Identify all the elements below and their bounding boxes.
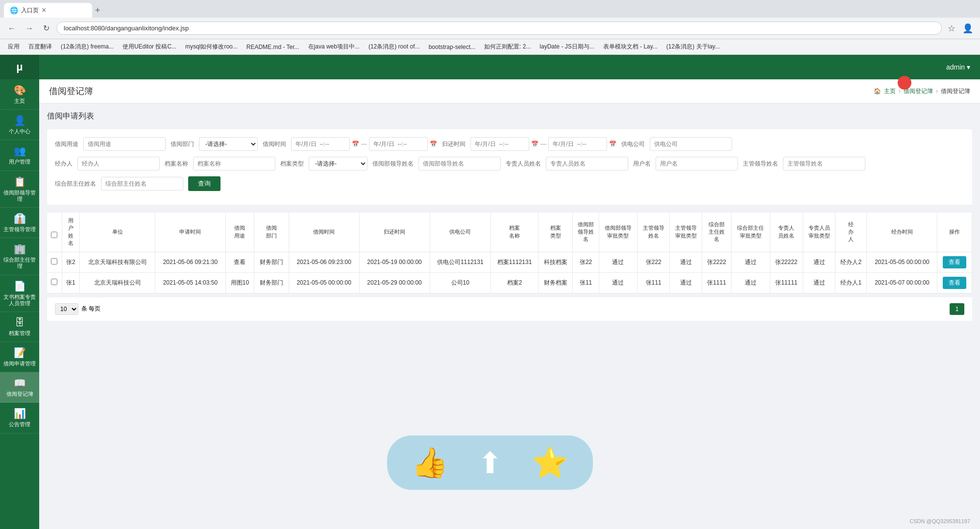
row-main-leader: 张222: [637, 252, 670, 272]
row-unit: 北京天瑞科技有限公司: [80, 252, 155, 272]
bookmark-4[interactable]: mysql如何修改roo...: [182, 42, 241, 52]
loan-leader-input[interactable]: [418, 157, 501, 170]
loan-time-end[interactable]: [369, 137, 428, 151]
loan-purpose-input[interactable]: [83, 137, 166, 151]
sidebar-item-loan-apply[interactable]: 📝 借阅申请管理: [0, 342, 39, 372]
main-leader-input[interactable]: [783, 157, 865, 170]
row-file-name: 档案2: [491, 272, 539, 293]
bookmark-10[interactable]: layDate - JS日期与...: [537, 42, 597, 52]
bookmark-5[interactable]: README.md - Ter...: [244, 43, 302, 51]
return-time-end[interactable]: [548, 137, 607, 151]
row-action[interactable]: 查看: [937, 252, 972, 272]
header-checkbox-col: [47, 213, 62, 252]
content-area: 借阅申请列表 借阅用途 借阅部门 -请选择- 借阅时间 📅 —: [39, 103, 980, 329]
bookmark-12[interactable]: (12条消息) 关于lay...: [663, 42, 723, 52]
search-button[interactable]: 查询: [188, 176, 220, 191]
sidebar-item-specialist[interactable]: 📄 文书档案专责人员管理: [0, 275, 39, 312]
sidebar-logo: μ: [0, 55, 39, 79]
file-type-select[interactable]: -请选择-: [309, 157, 368, 170]
view-button[interactable]: 查看: [943, 256, 966, 268]
tab-close-button[interactable]: ×: [42, 6, 46, 14]
row-handler-time: 2021-05-07 00:00:00: [867, 272, 937, 293]
filter-area: 借阅用途 借阅部门 -请选择- 借阅时间 📅 — 📅 归还时间: [47, 129, 972, 205]
row-file-name: 档案1112131: [491, 252, 539, 272]
loan-time-start[interactable]: [291, 137, 350, 151]
bookmark-9[interactable]: 如何正则配置: 2...: [481, 42, 534, 52]
row-loan-time: 2021-05-05 00:00:00: [289, 272, 359, 293]
specialist-input[interactable]: [546, 157, 628, 170]
row-file-type: 科技档案: [538, 252, 573, 272]
row-return-time: 2021-05-29 00:00:00: [359, 272, 430, 293]
supplier-label: 供电公司: [621, 140, 645, 148]
bookmark-star-icon[interactable]: ☆: [946, 21, 957, 36]
address-bar[interactable]: [56, 22, 942, 35]
specialist-label: 专责人员姓名: [506, 160, 541, 168]
row-handler: 经办人2: [835, 252, 867, 272]
row-handler-time: 2021-05-05 00:00:00: [867, 252, 937, 272]
page-1-button[interactable]: 1: [950, 303, 964, 315]
return-time-start[interactable]: [470, 137, 529, 151]
user-icon[interactable]: 👤: [960, 21, 975, 36]
row-checkbox[interactable]: [47, 272, 62, 293]
active-tab[interactable]: 🌐 入口页 ×: [4, 3, 92, 18]
row-checkbox[interactable]: [47, 252, 62, 272]
row-action[interactable]: 查看: [937, 272, 972, 293]
row-username: 张1: [62, 272, 80, 293]
bookmark-6[interactable]: 在java web项目中...: [305, 42, 363, 52]
profile-icon: 👤: [14, 115, 26, 126]
nav-bar: ← → ↻ ☆ 👤: [0, 18, 980, 39]
header-return-time: 归还时间: [359, 213, 430, 252]
page-size-select[interactable]: 10 20 50: [55, 303, 78, 315]
sidebar-item-dept-chief[interactable]: 🏢 综合部主任管理: [0, 238, 39, 275]
main-leader-label: 主管领导姓名: [743, 160, 778, 168]
bookmark-2[interactable]: (12条消息) freema...: [58, 42, 117, 52]
file-name-input[interactable]: [193, 157, 275, 170]
row-specialist-type: 通过: [803, 272, 835, 293]
breadcrumb-home-link[interactable]: 主页: [884, 87, 896, 96]
sidebar-item-home[interactable]: 🎨 主页: [0, 79, 39, 110]
username-input[interactable]: [656, 157, 738, 170]
sidebar-item-profile[interactable]: 👤 个人中心: [0, 110, 39, 140]
sidebar-label-specialist: 文书档案专责人员管理: [2, 294, 37, 307]
header-action: 操作: [937, 213, 972, 252]
bookmark-8[interactable]: bootstrap-select...: [426, 43, 478, 51]
bookmark-7[interactable]: (12条消息) root of...: [366, 42, 423, 52]
bookmark-3[interactable]: 使用UEditor 投稿C...: [120, 42, 179, 52]
sidebar-item-loan-leader[interactable]: 📋 借阅部领导管理: [0, 171, 39, 208]
dept-chief-input[interactable]: [101, 177, 183, 191]
sidebar-item-main-leader[interactable]: 👔 主管领导管理: [0, 208, 39, 238]
header-dept-chief-type: 综合部主任审批类型: [731, 213, 770, 252]
bookmark-apps[interactable]: 应用: [5, 42, 23, 52]
app-header: admin ▾: [39, 55, 980, 79]
new-tab-button[interactable]: +: [92, 5, 103, 16]
sidebar-item-loan-register[interactable]: 📖 借阅登记簿: [0, 372, 39, 403]
sidebar-item-archive[interactable]: 🗄 档案管理: [0, 312, 39, 342]
row-loan-leader-type: 通过: [599, 272, 637, 293]
bookmark-baidu[interactable]: 百度翻译: [25, 42, 55, 52]
row-return-time: 2021-05-19 00:00:00: [359, 252, 430, 272]
handler-input[interactable]: [77, 157, 160, 170]
row-main-leader-type: 通过: [670, 252, 702, 272]
filter-row-1: 借阅用途 借阅部门 -请选择- 借阅时间 📅 — 📅 归还时间: [55, 137, 964, 151]
bookmark-11[interactable]: 表单模块文档 - Lay...: [600, 42, 661, 52]
view-button[interactable]: 查看: [943, 277, 966, 289]
sidebar-label-announcement: 公告管理: [9, 421, 30, 428]
loan-apply-icon: 📝: [14, 347, 26, 359]
header-main-leader: 主管领导姓名: [637, 213, 670, 252]
loan-dept-select[interactable]: -请选择-: [199, 137, 258, 151]
sidebar-item-users[interactable]: 👥 用户管理: [0, 140, 39, 170]
sidebar-label-loan-leader: 借阅部领导管理: [2, 190, 37, 202]
table-row: 张2 北京天瑞科技有限公司 2021-05-06 09:21:30 查看 财务部…: [47, 252, 972, 272]
row-main-leader-type: 通过: [670, 272, 702, 293]
table-body: 张2 北京天瑞科技有限公司 2021-05-06 09:21:30 查看 财务部…: [47, 252, 972, 293]
supplier-input[interactable]: [650, 137, 732, 151]
select-all-checkbox[interactable]: [51, 232, 57, 238]
sidebar-item-announcement[interactable]: 📊 公告管理: [0, 403, 39, 433]
back-button[interactable]: ←: [5, 22, 19, 35]
loan-dept-label: 借阅部门: [171, 140, 194, 148]
forward-button[interactable]: →: [23, 22, 36, 35]
admin-menu[interactable]: admin ▾: [946, 63, 970, 71]
row-supplier: 公司10: [430, 272, 491, 293]
row-dept-chief-type: 通过: [731, 252, 770, 272]
refresh-button[interactable]: ↻: [40, 22, 52, 35]
